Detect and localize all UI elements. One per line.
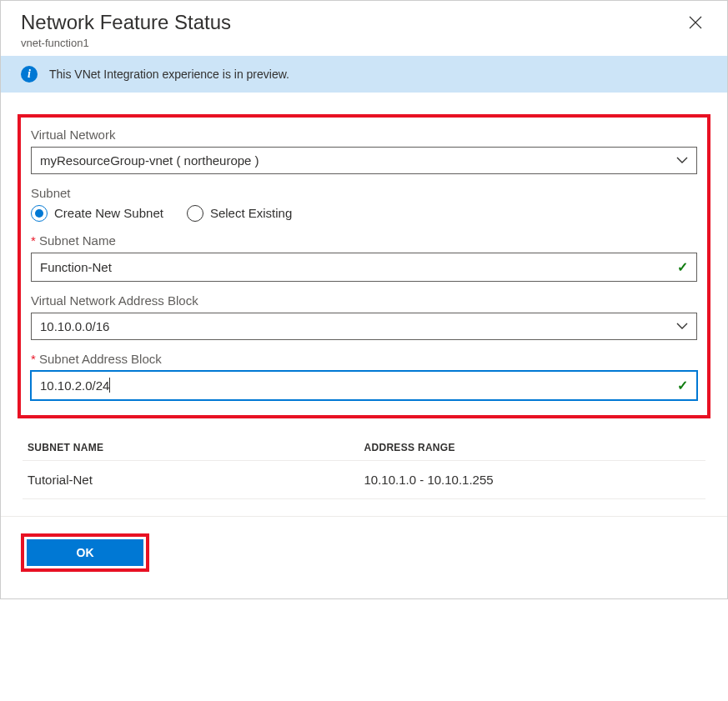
- panel-footer: OK: [1, 516, 727, 598]
- table-cell-address-range: 10.10.1.0 - 10.10.1.255: [364, 473, 701, 487]
- preview-info-banner: i This VNet Integration experience is in…: [1, 56, 727, 93]
- virtual-network-select[interactable]: myResourceGroup-vnet ( northeurope ): [31, 147, 697, 174]
- radio-checked-icon: [31, 205, 48, 222]
- radio-select-existing[interactable]: Select Existing: [187, 205, 292, 222]
- table-row: Tutorial-Net 10.10.1.0 - 10.10.1.255: [23, 461, 705, 499]
- subnet-name-input[interactable]: [40, 260, 677, 274]
- panel-subtitle: vnet-function1: [21, 37, 231, 49]
- panel-title: Network Feature Status: [21, 11, 231, 35]
- info-icon: i: [21, 66, 38, 83]
- virtual-network-value: myResourceGroup-vnet ( northeurope ): [40, 153, 259, 168]
- subnet-label: Subnet: [31, 186, 697, 200]
- checkmark-icon: ✓: [677, 259, 688, 275]
- ok-button-highlight: OK: [21, 533, 149, 572]
- checkmark-icon: ✓: [677, 378, 688, 393]
- table-header-subnet-name: SUBNET NAME: [28, 442, 364, 453]
- radio-select-label: Select Existing: [210, 206, 292, 220]
- close-button[interactable]: [684, 11, 707, 34]
- close-icon: [689, 16, 702, 29]
- subnet-address-block-label: Subnet Address Block: [31, 352, 697, 366]
- vnet-address-block-value: 10.10.0.0/16: [40, 319, 109, 333]
- chevron-down-icon: [676, 319, 688, 333]
- virtual-network-label: Virtual Network: [31, 128, 697, 142]
- subnet-name-input-wrap: ✓: [31, 253, 697, 282]
- radio-create-new-subnet[interactable]: Create New Subnet: [31, 205, 163, 222]
- table-header-address-range: ADDRESS RANGE: [364, 442, 701, 453]
- subnet-address-block-value: 10.10.2.0/24: [40, 378, 109, 393]
- panel-header: Network Feature Status vnet-function1: [1, 1, 727, 56]
- vnet-address-block-label: Virtual Network Address Block: [31, 293, 697, 308]
- subnet-name-label: Subnet Name: [31, 233, 697, 248]
- form-highlight-box: Virtual Network myResourceGroup-vnet ( n…: [18, 114, 710, 418]
- table-cell-subnet-name: Tutorial-Net: [28, 473, 364, 487]
- network-feature-status-panel: Network Feature Status vnet-function1 i …: [0, 0, 728, 599]
- chevron-down-icon: [676, 153, 688, 167]
- info-banner-text: This VNet Integration experience is in p…: [49, 68, 289, 81]
- radio-create-label: Create New Subnet: [54, 206, 163, 220]
- subnet-address-block-input[interactable]: [110, 378, 394, 393]
- radio-unchecked-icon: [187, 205, 203, 222]
- vnet-address-block-select[interactable]: 10.10.0.0/16: [31, 313, 697, 340]
- subnets-table: SUBNET NAME ADDRESS RANGE Tutorial-Net 1…: [18, 435, 710, 499]
- subnet-address-block-input-wrap: 10.10.2.0/24 ✓: [31, 371, 697, 400]
- ok-button[interactable]: OK: [27, 539, 143, 566]
